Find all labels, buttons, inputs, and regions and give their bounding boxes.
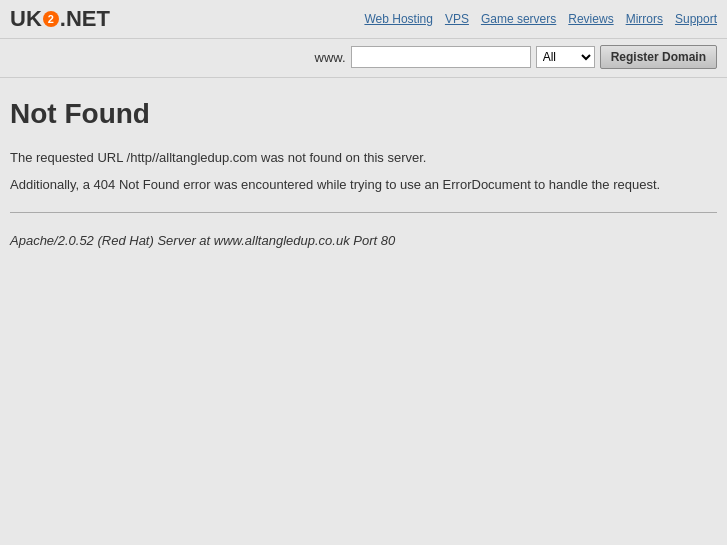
nav-support[interactable]: Support: [675, 12, 717, 26]
logo-net-text: .NET: [60, 6, 110, 32]
tld-select[interactable]: All .co.uk .com .net .org: [536, 46, 595, 68]
nav-web-hosting[interactable]: Web Hosting: [364, 12, 432, 26]
domain-search-bar: www. All .co.uk .com .net .org Register …: [0, 39, 727, 78]
page-title: Not Found: [10, 98, 717, 130]
server-info: Apache/2.0.52 (Red Hat) Server at www.al…: [10, 233, 717, 248]
error-message-2: Additionally, a 404 Not Found error was …: [10, 177, 717, 213]
www-label: www.: [315, 50, 346, 65]
main-nav: Web Hosting VPS Game servers Reviews Mir…: [364, 12, 717, 26]
logo-2-badge: 2: [43, 11, 59, 27]
domain-input[interactable]: [351, 46, 531, 68]
logo-uk-text: UK: [10, 6, 42, 32]
nav-vps[interactable]: VPS: [445, 12, 469, 26]
nav-reviews[interactable]: Reviews: [568, 12, 613, 26]
nav-mirrors[interactable]: Mirrors: [626, 12, 663, 26]
site-logo: UK2.NET: [10, 6, 110, 32]
error-message-1: The requested URL /http//alltangledup.co…: [10, 150, 717, 165]
nav-game-servers[interactable]: Game servers: [481, 12, 556, 26]
register-domain-button[interactable]: Register Domain: [600, 45, 717, 69]
main-content: Not Found The requested URL /http//allta…: [0, 78, 727, 258]
